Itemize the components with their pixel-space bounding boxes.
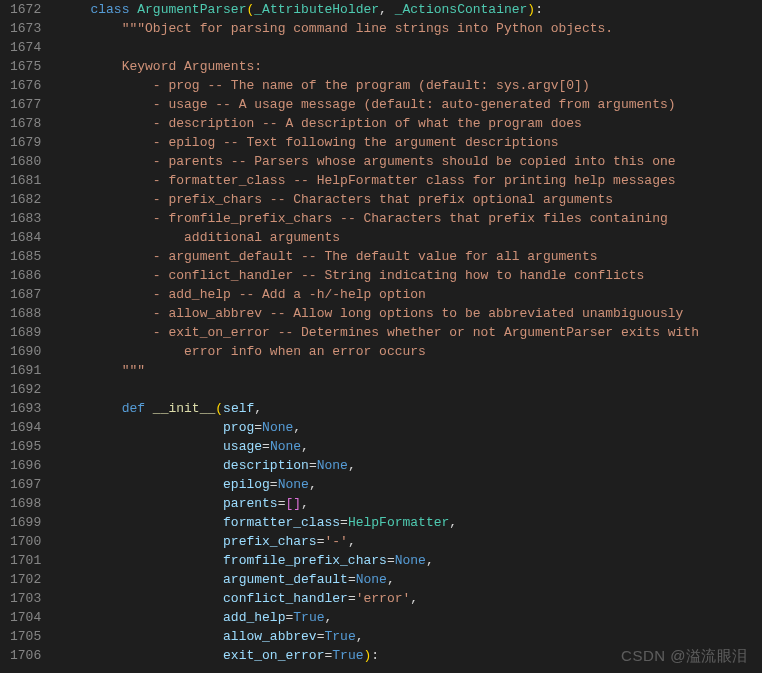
token: 'error': [356, 591, 411, 606]
token: None: [356, 572, 387, 587]
token: - allow_abbrev -- Allow long options to …: [153, 306, 684, 321]
code-line[interactable]: - allow_abbrev -- Allow long options to …: [59, 304, 752, 323]
code-line[interactable]: conflict_handler='error',: [59, 589, 752, 608]
token: ,: [254, 401, 262, 416]
line-number: 1700: [10, 532, 41, 551]
token: - description -- A description of what t…: [153, 116, 582, 131]
code-line[interactable]: - usage -- A usage message (default: aut…: [59, 95, 752, 114]
line-number: 1679: [10, 133, 41, 152]
code-line[interactable]: - prog -- The name of the program (defau…: [59, 76, 752, 95]
token: =: [262, 439, 270, 454]
token: parents: [223, 496, 278, 511]
line-number: 1703: [10, 589, 41, 608]
token: formatter_class: [223, 515, 340, 530]
token: ,: [426, 553, 434, 568]
code-line[interactable]: add_help=True,: [59, 608, 752, 627]
code-line[interactable]: allow_abbrev=True,: [59, 627, 752, 646]
token: exit_on_error: [223, 648, 324, 663]
token: None: [278, 477, 309, 492]
token: None: [270, 439, 301, 454]
code-line[interactable]: - prefix_chars -- Characters that prefix…: [59, 190, 752, 209]
code-line[interactable]: - conflict_handler -- String indicating …: [59, 266, 752, 285]
token: - prefix_chars -- Characters that prefix…: [153, 192, 613, 207]
token: =: [348, 591, 356, 606]
line-number: 1690: [10, 342, 41, 361]
token: _ActionsContainer: [395, 2, 528, 17]
line-number: 1705: [10, 627, 41, 646]
line-number: 1682: [10, 190, 41, 209]
token: '-': [324, 534, 347, 549]
code-line[interactable]: argument_default=None,: [59, 570, 752, 589]
line-number: 1701: [10, 551, 41, 570]
token: ,: [293, 420, 301, 435]
line-number: 1699: [10, 513, 41, 532]
code-line[interactable]: fromfile_prefix_chars=None,: [59, 551, 752, 570]
line-number: 1675: [10, 57, 41, 76]
token: - add_help -- Add a -h/-help option: [153, 287, 426, 302]
code-editor[interactable]: 1672167316741675167616771678167916801681…: [0, 0, 762, 673]
token: ,: [356, 629, 364, 644]
code-line[interactable]: epilog=None,: [59, 475, 752, 494]
code-content[interactable]: class ArgumentParser(_AttributeHolder, _…: [59, 0, 762, 673]
code-line[interactable]: - argument_default -- The default value …: [59, 247, 752, 266]
token: None: [262, 420, 293, 435]
line-number: 1691: [10, 361, 41, 380]
code-line[interactable]: - exit_on_error -- Determines whether or…: [59, 323, 752, 342]
line-number: 1683: [10, 209, 41, 228]
token: def: [122, 401, 153, 416]
token: error info when an error occurs: [184, 344, 426, 359]
token: =: [387, 553, 395, 568]
code-line[interactable]: """: [59, 361, 752, 380]
line-number: 1692: [10, 380, 41, 399]
token: - argument_default -- The default value …: [153, 249, 598, 264]
line-number: 1695: [10, 437, 41, 456]
code-line[interactable]: prefix_chars='-',: [59, 532, 752, 551]
code-line[interactable]: - description -- A description of what t…: [59, 114, 752, 133]
token: =: [348, 572, 356, 587]
code-line[interactable]: usage=None,: [59, 437, 752, 456]
line-number: 1706: [10, 646, 41, 665]
token: epilog: [223, 477, 270, 492]
code-line[interactable]: def __init__(self,: [59, 399, 752, 418]
code-line[interactable]: [59, 38, 752, 57]
code-line[interactable]: class ArgumentParser(_AttributeHolder, _…: [59, 0, 752, 19]
token: :: [371, 648, 379, 663]
token: self: [223, 401, 254, 416]
token: ]: [293, 496, 301, 511]
token: - usage -- A usage message (default: aut…: [153, 97, 676, 112]
token: """: [122, 363, 145, 378]
token: ,: [379, 2, 395, 17]
code-line[interactable]: additional arguments: [59, 228, 752, 247]
code-line[interactable]: - add_help -- Add a -h/-help option: [59, 285, 752, 304]
token: ,: [348, 458, 356, 473]
code-line[interactable]: - epilog -- Text following the argument …: [59, 133, 752, 152]
token: - conflict_handler -- String indicating …: [153, 268, 644, 283]
code-line[interactable]: description=None,: [59, 456, 752, 475]
token: conflict_handler: [223, 591, 348, 606]
code-line[interactable]: - parents -- Parsers whose arguments sho…: [59, 152, 752, 171]
code-line[interactable]: formatter_class=HelpFormatter,: [59, 513, 752, 532]
token: None: [317, 458, 348, 473]
code-line[interactable]: - fromfile_prefix_chars -- Characters th…: [59, 209, 752, 228]
code-line[interactable]: parents=[],: [59, 494, 752, 513]
line-number: 1674: [10, 38, 41, 57]
code-line[interactable]: prog=None,: [59, 418, 752, 437]
code-line[interactable]: error info when an error occurs: [59, 342, 752, 361]
code-line[interactable]: - formatter_class -- HelpFormatter class…: [59, 171, 752, 190]
token: ,: [301, 496, 309, 511]
token: - epilog -- Text following the argument …: [153, 135, 559, 150]
line-number: 1686: [10, 266, 41, 285]
token: additional arguments: [184, 230, 340, 245]
code-line[interactable]: exit_on_error=True):: [59, 646, 752, 665]
token: ,: [449, 515, 457, 530]
code-line[interactable]: """Object for parsing command line strin…: [59, 19, 752, 38]
token: prog: [223, 420, 254, 435]
token: class: [90, 2, 137, 17]
line-number: 1672: [10, 0, 41, 19]
token: (: [215, 401, 223, 416]
line-number: 1696: [10, 456, 41, 475]
token: True: [293, 610, 324, 625]
code-line[interactable]: [59, 380, 752, 399]
code-line[interactable]: Keyword Arguments:: [59, 57, 752, 76]
line-number: 1702: [10, 570, 41, 589]
